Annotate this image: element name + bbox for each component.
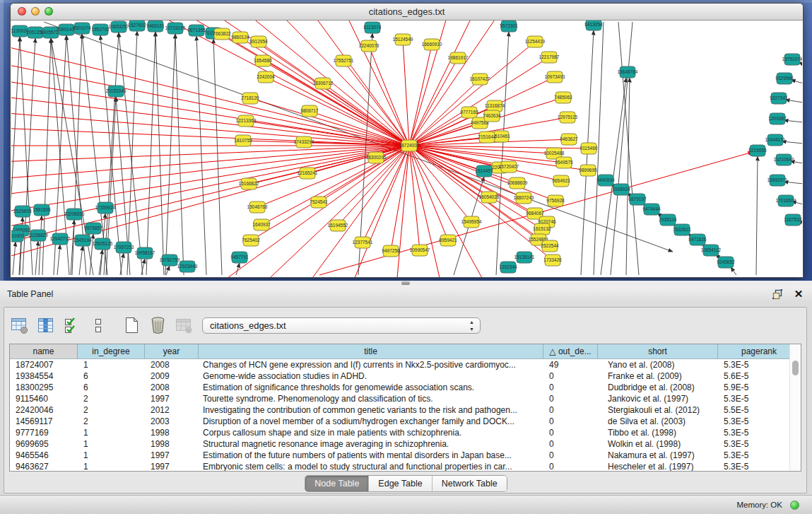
cell-year[interactable]: 1997 — [145, 450, 199, 461]
graph-node[interactable]: 15992971 — [767, 175, 788, 186]
cell-pagerank[interactable]: 5.3E-5 — [718, 438, 801, 450]
cell-title[interactable]: Changes of HCN gene expression and I(f) … — [199, 359, 543, 370]
graph-node[interactable]: 12165241 — [298, 168, 318, 179]
cell-out_degree[interactable]: 0 — [543, 382, 598, 393]
graph-node[interactable]: 12942737 — [50, 233, 71, 245]
graph-node[interactable]: 1527602 — [128, 21, 146, 31]
table-row[interactable]: 2242004622012Investigating the contribut… — [10, 404, 801, 416]
graph-node[interactable]: 12923448 — [177, 261, 198, 272]
network-window-titlebar[interactable]: citations_edges.txt — [11, 4, 803, 21]
cell-year[interactable]: 2009 — [145, 370, 199, 382]
column-header-title[interactable]: title — [199, 344, 543, 358]
splitter-handle[interactable] — [401, 281, 410, 285]
horizontal-splitter[interactable] — [0, 281, 812, 286]
cell-name[interactable]: 9777169 — [10, 427, 78, 438]
cell-name[interactable]: 18724007 — [10, 359, 78, 370]
cell-title[interactable]: Estimation of significance thresholds fo… — [199, 382, 543, 393]
cell-out_degree[interactable]: 0 — [543, 416, 598, 427]
cell-short[interactable]: Nakamura et al. (1997) — [598, 450, 718, 461]
graph-node[interactable]: 9463627 — [560, 134, 578, 145]
cell-year[interactable]: 1997 — [145, 393, 199, 404]
graph-node[interactable]: 17552751 — [334, 55, 354, 66]
graph-node[interactable]: 17016504 — [776, 195, 796, 206]
column-header-pagerank[interactable]: pagerank — [718, 344, 801, 358]
cell-short[interactable]: Stergiakouli et al. (2012) — [598, 404, 718, 416]
table-row[interactable]: 946554611997Estimation of the future num… — [10, 450, 801, 461]
cell-in_degree[interactable]: 6 — [78, 382, 145, 393]
graph-node[interactable]: 15720407 — [499, 161, 519, 173]
graph-node[interactable]: 7485063 — [554, 92, 572, 103]
graph-node[interactable]: 3919301 — [11, 230, 25, 242]
graph-node[interactable]: 9115460 — [580, 143, 598, 154]
graph-node[interactable]: 9777169 — [460, 107, 478, 118]
delete-table-icon[interactable] — [148, 315, 167, 335]
close-window-icon[interactable] — [18, 7, 26, 16]
minimize-window-icon[interactable] — [31, 7, 40, 16]
graph-node[interactable]: 9549575 — [555, 157, 573, 168]
cell-in_degree[interactable]: 1 — [78, 461, 145, 472]
graph-node[interactable]: 9245652 — [717, 257, 735, 268]
cell-short[interactable]: Jankovic et al. (1997) — [598, 393, 718, 404]
cell-out_degree[interactable]: 0 — [543, 404, 598, 416]
cell-name[interactable]: 19384554 — [10, 370, 78, 382]
cell-in_degree[interactable]: 2 — [78, 404, 145, 416]
cell-short[interactable]: Wolkin et al. (1998) — [598, 438, 718, 450]
graph-node[interactable]: 10990547 — [410, 245, 430, 256]
graph-node[interactable]: 2718120 — [241, 93, 259, 104]
cell-pagerank[interactable]: 5.3E-5 — [718, 461, 801, 472]
graph-node[interactable]: 15495954 — [461, 216, 482, 228]
graph-node[interactable]: 5572301 — [500, 21, 518, 32]
graph-node[interactable]: 9899695 — [579, 165, 597, 176]
graph-node[interactable]: 8215955 — [748, 145, 767, 156]
graph-node[interactable]: 1514457 — [475, 165, 493, 177]
table-settings-icon[interactable] — [10, 315, 30, 335]
cell-pagerank[interactable]: 5.3E-5 — [718, 427, 801, 438]
table-row[interactable]: 1872400712008Changes of HCN gene express… — [10, 359, 801, 370]
column-header-short[interactable]: short — [598, 344, 718, 358]
graph-node[interactable]: 10654112 — [701, 245, 722, 256]
column-header-name[interactable]: name — [10, 344, 78, 358]
table-row[interactable]: 1456911722003Disruption of a novel membe… — [10, 416, 801, 427]
graph-node[interactable]: 16648784 — [618, 66, 638, 78]
table-row[interactable]: 911546021997Tourette syndrome. Phenomeno… — [10, 393, 801, 404]
graph-node[interactable]: 9860124 — [231, 32, 249, 43]
scrollbar-thumb[interactable] — [792, 361, 799, 375]
cell-name[interactable]: 18300295 — [10, 382, 78, 393]
column-header-year[interactable]: year — [145, 344, 199, 358]
graph-node[interactable]: 10973493 — [545, 71, 565, 83]
cell-in_degree[interactable]: 2 — [78, 416, 145, 427]
graph-node[interactable]: 7632621 — [673, 224, 691, 235]
graph-node[interactable]: 8938924 — [612, 184, 630, 195]
graph-node[interactable]: 19861917 — [448, 52, 469, 64]
graph-node[interactable]: 2935114 — [659, 214, 677, 226]
graph-node[interactable]: 18807243 — [514, 192, 534, 204]
graph-node[interactable]: 7462634 — [483, 110, 501, 122]
cell-year[interactable]: 1998 — [145, 427, 199, 438]
graph-node[interactable]: 12975115 — [558, 112, 578, 123]
graph-node[interactable]: 1209387 — [768, 113, 787, 124]
graph-node[interactable]: 9474444 — [642, 204, 661, 215]
graph-node[interactable]: 20153346 — [106, 86, 126, 97]
graph-node[interactable]: 10653257 — [109, 21, 129, 33]
graph-node[interactable]: 18306712 — [313, 78, 334, 89]
graph-node[interactable]: 17433294 — [294, 136, 314, 148]
graph-node[interactable]: 1545194 — [73, 235, 92, 246]
new-table-icon[interactable] — [122, 315, 141, 335]
table-row[interactable]: 1938455462009Genome-wide association stu… — [10, 370, 801, 382]
cell-name[interactable]: 9463627 — [10, 461, 78, 472]
graph-node[interactable]: 11156829 — [28, 230, 48, 241]
select-columns-icon[interactable] — [62, 315, 82, 335]
table-row[interactable]: 946362711997Embryonic stem cells: a mode… — [10, 461, 801, 472]
graph-node[interactable]: 12505135 — [93, 238, 113, 250]
graph-node[interactable]: 8912954 — [249, 36, 268, 47]
graph-node[interactable]: 16107427 — [470, 74, 490, 85]
cell-short[interactable]: de Silva et al. (2003) — [598, 416, 718, 427]
table-selector-dropdown[interactable]: citations_edges.txt ▲▼ — [202, 317, 481, 334]
network-canvas[interactable]: 1130924205135814055717208914068501074195… — [11, 21, 802, 277]
column-header-out_degree[interactable]: △ out_de... — [543, 344, 598, 358]
graph-node[interactable]: 16054028 — [479, 192, 500, 203]
cell-short[interactable]: Hescheler et al. (1997) — [598, 461, 718, 472]
graph-node[interactable]: 11254419 — [525, 36, 546, 47]
graph-node[interactable]: 8959421 — [439, 235, 457, 246]
graph-node[interactable]: 19958167 — [135, 247, 155, 259]
